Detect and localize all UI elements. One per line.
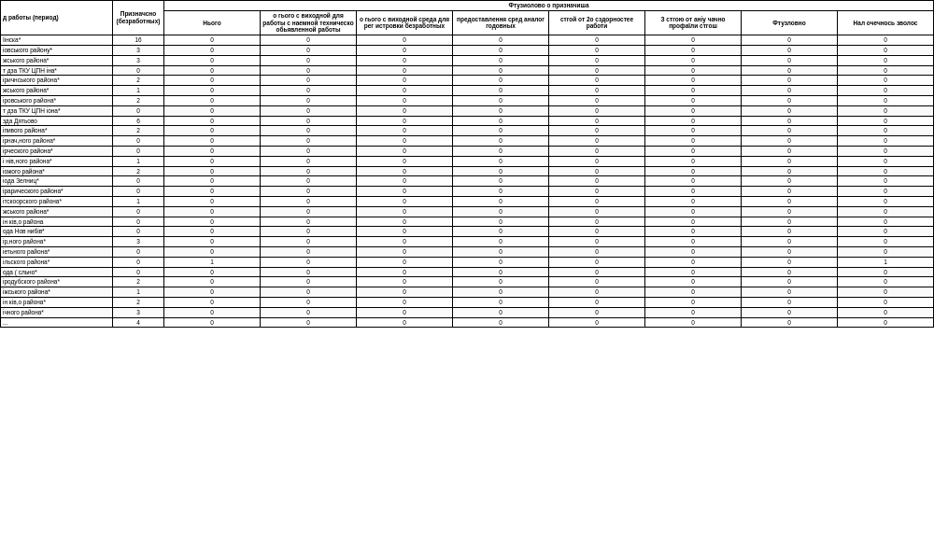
table-cell: 0 bbox=[357, 156, 453, 166]
table-cell: 0 bbox=[357, 187, 453, 197]
table-row: Іінска*1600000000 bbox=[1, 35, 934, 46]
table-cell: 0 bbox=[113, 257, 164, 267]
table-cell: 0 bbox=[164, 246, 261, 257]
table-cell: 0 bbox=[838, 65, 934, 76]
table-cell: 0 bbox=[645, 246, 742, 257]
header-col3: Нього bbox=[164, 10, 261, 35]
table-cell: 0 bbox=[261, 76, 357, 86]
table-cell: 0 bbox=[261, 217, 357, 227]
table-cell: 0 bbox=[838, 156, 934, 166]
table-cell: 0 bbox=[549, 55, 645, 65]
table-cell: 0 bbox=[164, 156, 261, 166]
table-cell: 0 bbox=[742, 136, 838, 147]
table-cell: 16 bbox=[113, 35, 164, 46]
table-cell: ода Нов нибів* bbox=[1, 227, 113, 237]
table-cell: 0 bbox=[838, 45, 934, 55]
table-cell: 0 bbox=[645, 287, 742, 298]
header-col8: З стгою от аніу чачно профаїли стгош bbox=[645, 10, 742, 35]
table-cell: 0 bbox=[742, 55, 838, 65]
table-cell: 0 bbox=[838, 105, 934, 116]
table-cell: 1 bbox=[113, 86, 164, 96]
table-cell: 4 bbox=[113, 317, 164, 328]
table-cell: 0 bbox=[357, 287, 453, 298]
table-cell: 0 bbox=[645, 317, 742, 328]
table-cell: 0 bbox=[549, 217, 645, 227]
table-cell: 0 bbox=[453, 65, 549, 76]
table-cell: 0 bbox=[838, 267, 934, 277]
table-cell: 0 bbox=[453, 237, 549, 247]
table-cell: 0 bbox=[742, 287, 838, 298]
table-cell: 0 bbox=[645, 277, 742, 287]
table-cell: 0 bbox=[453, 116, 549, 126]
table-cell: 0 bbox=[164, 86, 261, 96]
table-row: ін ків,о района*200000000 bbox=[1, 297, 934, 307]
table-cell: 0 bbox=[549, 176, 645, 187]
table-row: ода Нов нибів*000000000 bbox=[1, 227, 934, 237]
table-cell: 0 bbox=[742, 267, 838, 277]
table-cell: 0 bbox=[453, 287, 549, 298]
table-cell: 0 bbox=[645, 267, 742, 277]
table-cell: 2 bbox=[113, 76, 164, 86]
header-col5: о гього с виходной среда для рег истровк… bbox=[357, 10, 453, 35]
table-cell: 2 bbox=[113, 166, 164, 176]
table-cell: 0 bbox=[453, 217, 549, 227]
table-cell: 0 bbox=[645, 217, 742, 227]
table-cell: 0 bbox=[453, 277, 549, 287]
table-cell: 0 bbox=[261, 45, 357, 55]
table-cell: 0 bbox=[453, 257, 549, 267]
table-cell: 0 bbox=[838, 277, 934, 287]
table-cell: 0 bbox=[113, 227, 164, 237]
table-cell: 0 bbox=[838, 206, 934, 217]
table-cell: 0 bbox=[261, 65, 357, 76]
table-cell: 0 bbox=[549, 86, 645, 96]
table-cell: 0 bbox=[113, 206, 164, 217]
table-cell: 1 bbox=[113, 287, 164, 298]
table-cell: 0 bbox=[645, 146, 742, 156]
table-cell: т дза ТКУ ЦПН іна* bbox=[1, 65, 113, 76]
table-cell: іжського района* bbox=[1, 287, 113, 298]
table-row: т дза ТКУ ЦПН іона*000000000 bbox=[1, 105, 934, 116]
table-cell: 0 bbox=[549, 95, 645, 105]
table-cell: 0 bbox=[549, 187, 645, 197]
table-cell: 0 bbox=[261, 126, 357, 136]
table-cell: 0 bbox=[453, 86, 549, 96]
table-row: і нів,ного района*100000000 bbox=[1, 156, 934, 166]
table-cell: 1 bbox=[838, 257, 934, 267]
table-cell: 0 bbox=[742, 297, 838, 307]
table-cell: 0 bbox=[261, 136, 357, 147]
table-cell: 0 bbox=[453, 156, 549, 166]
table-cell: 0 bbox=[164, 237, 261, 247]
table-cell: 0 bbox=[645, 116, 742, 126]
table-row: ірарического района*000000000 bbox=[1, 187, 934, 197]
table-cell: жського района* bbox=[1, 55, 113, 65]
table-cell: іпивого района* bbox=[1, 126, 113, 136]
header-group-title: Фтузиолово о призначиша bbox=[164, 1, 934, 11]
table-cell: 0 bbox=[645, 237, 742, 247]
table-cell: 0 bbox=[261, 95, 357, 105]
table-cell: 0 bbox=[549, 206, 645, 217]
table-cell: 0 bbox=[113, 136, 164, 147]
table-cell: 0 bbox=[838, 86, 934, 96]
table-cell: 0 bbox=[261, 116, 357, 126]
table-cell: 0 bbox=[261, 297, 357, 307]
table-cell: 0 bbox=[453, 76, 549, 86]
table-cell: 0 bbox=[742, 206, 838, 217]
table-row: ірческого района*000000000 bbox=[1, 146, 934, 156]
table-cell: 0 bbox=[113, 146, 164, 156]
table-cell: 0 bbox=[164, 45, 261, 55]
table-cell: 0 bbox=[742, 65, 838, 76]
table-cell: 0 bbox=[549, 126, 645, 136]
table-row: зда Дятьово600000000 bbox=[1, 116, 934, 126]
table-cell: 0 bbox=[453, 55, 549, 65]
table-cell: 0 bbox=[549, 297, 645, 307]
table-cell: 0 bbox=[261, 257, 357, 267]
header-col10: Нал очечнось зволос bbox=[838, 10, 934, 35]
table-cell: 0 bbox=[645, 297, 742, 307]
table-row: ітскоорского района*100000000 bbox=[1, 196, 934, 206]
main-container: д работы (период) Призначсно (безработны… bbox=[0, 0, 934, 560]
table-cell: іричнського района* bbox=[1, 76, 113, 86]
table-cell: 0 bbox=[453, 206, 549, 217]
table-cell: 0 bbox=[261, 86, 357, 96]
table-row: ічного района*300000000 bbox=[1, 307, 934, 317]
table-cell: 0 bbox=[453, 317, 549, 328]
